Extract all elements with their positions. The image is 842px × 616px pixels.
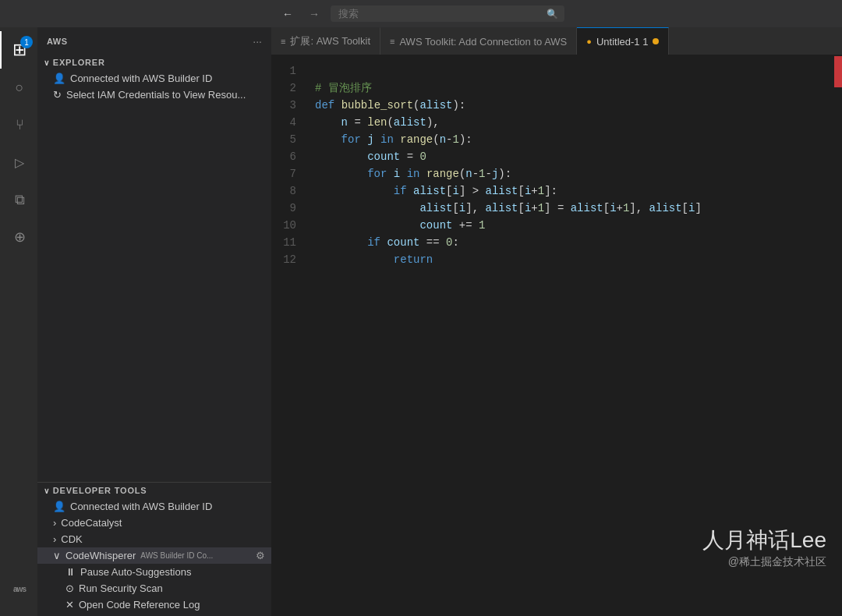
line-num-5: 5 — [278, 131, 296, 148]
activity-search[interactable]: ○ — [0, 69, 37, 106]
codecatalyst-item[interactable]: › CodeCatalyst — [37, 515, 271, 531]
code-line-5: for j in range(n-1): — [315, 131, 834, 148]
line-num-9: 9 — [278, 200, 296, 217]
line-num-1: 1 — [278, 62, 296, 80]
activity-extensions[interactable]: ⊞ 1 — [0, 31, 37, 69]
sidebar: AWS ··· ∨ EXPLORER 👤 Connected with AWS … — [37, 27, 271, 616]
source-control-icon: ⑂ — [16, 117, 24, 133]
code-line-10: count += 1 — [315, 217, 834, 234]
user-icon: 👤 — [53, 73, 65, 84]
line-num-10: 10 — [278, 217, 296, 234]
aws-logo-item[interactable]: aws — [0, 571, 37, 608]
activity-beaker[interactable]: ⊕ — [0, 218, 37, 256]
tab-aws-toolkit[interactable]: ≡ 扩展: AWS Toolkit — [271, 27, 380, 55]
line-num-8: 8 — [278, 182, 296, 200]
pause-icon: ⏸ — [65, 566, 76, 578]
sidebar-title: AWS — [47, 37, 68, 46]
activity-bar: ⊞ 1 ○ ⑂ ▷ ⧉ ⊕ aws — [0, 27, 37, 616]
explorer-label: EXPLORER — [53, 58, 105, 67]
explorer-chevron: ∨ — [44, 58, 50, 67]
sidebar-item-connected-builder[interactable]: 👤 Connected with AWS Builder ID — [37, 70, 271, 87]
run-icon: ▷ — [15, 155, 24, 170]
line-num-7: 7 — [278, 165, 296, 182]
scrollbar-right[interactable] — [834, 55, 842, 616]
tab-label-untitled: Untitled-1 1 — [596, 36, 648, 48]
code-line-7: for i in range(n-1-j): — [315, 165, 834, 182]
tab-label-add-connection: AWS Toolkit: Add Connection to AWS — [399, 36, 567, 48]
tabs-bar: ≡ 扩展: AWS Toolkit ≡ AWS Toolkit: Add Con… — [271, 27, 842, 55]
gear-icon[interactable]: ⚙ — [256, 550, 265, 561]
tab-icon-add-connection: ≡ — [390, 37, 394, 46]
sidebar-item-connected-label: Connected with AWS Builder ID — [70, 73, 212, 84]
tab-label-aws-toolkit: 扩展: AWS Toolkit — [290, 34, 370, 48]
puzzle-icon: ⧉ — [15, 192, 25, 208]
sidebar-item-select-iam[interactable]: ↻ Select IAM Credentials to View Resou..… — [37, 87, 271, 103]
codewhisperer-chevron: ∨ — [53, 550, 61, 561]
pause-auto-suggestions-item[interactable]: ⏸ Pause Auto-Suggestions — [37, 564, 271, 580]
codewhisperer-row[interactable]: ∨ CodeWhisperer AWS Builder ID Co... ⚙ — [37, 547, 271, 564]
developer-tools-chevron: ∨ — [44, 487, 50, 495]
cdk-item[interactable]: › CDK — [37, 531, 271, 547]
security-scan-icon: ⊙ — [65, 582, 74, 594]
line-numbers: 1 2 3 4 5 6 7 8 9 10 11 12 — [271, 55, 302, 616]
run-security-scan-label: Run Security Scan — [79, 582, 163, 594]
sidebar-bottom: ∨ DEVELOPER TOOLS 👤 Connected with AWS B… — [37, 482, 271, 616]
tab-icon-untitled: ● — [586, 37, 592, 46]
tab-untitled[interactable]: ● Untitled-1 1 — [577, 27, 669, 55]
activity-run[interactable]: ▷ — [0, 143, 37, 181]
code-line-11: if count == 0: — [315, 234, 834, 251]
dev-connected-item[interactable]: 👤 Connected with AWS Builder ID — [37, 498, 271, 515]
refresh-icon: ↻ — [53, 89, 62, 101]
code-line-6: count = 0 — [315, 148, 834, 165]
sidebar-more-actions[interactable]: ··· — [253, 35, 262, 48]
open-code-reference-label: Open Code Reference Log — [79, 599, 200, 611]
codecatalyst-label: CodeCatalyst — [61, 517, 122, 529]
developer-tools-header[interactable]: ∨ DEVELOPER TOOLS — [37, 483, 271, 498]
search-icon: 🔍 — [547, 9, 558, 19]
run-security-scan-item[interactable]: ⊙ Run Security Scan — [37, 580, 271, 597]
search-input[interactable] — [331, 5, 564, 22]
code-line-4: n = len(alist), — [315, 114, 834, 131]
user-icon-dev: 👤 — [53, 501, 65, 512]
pause-auto-suggestions-label: Pause Auto-Suggestions — [80, 566, 191, 578]
open-code-reference-item[interactable]: ✕ Open Code Reference Log — [37, 597, 271, 613]
aws-logo: aws — [13, 586, 26, 593]
activity-source-control[interactable]: ⑂ — [0, 106, 37, 143]
notification-badge: 1 — [20, 36, 33, 48]
dev-connected-label: Connected with AWS Builder ID — [70, 501, 212, 512]
nav-forward-button[interactable]: → — [304, 6, 324, 22]
line-num-11: 11 — [278, 234, 296, 251]
tab-modified-dot — [653, 38, 659, 44]
main-area: ⊞ 1 ○ ⑂ ▷ ⧉ ⊕ aws AWS ··· ∨ — [0, 27, 842, 616]
cdk-label: CDK — [61, 533, 82, 545]
chevron-right-codecatalyst: › — [53, 517, 56, 529]
sidebar-item-select-iam-label: Select IAM Credentials to View Resou... — [66, 89, 246, 101]
line-num-2: 2 — [278, 80, 296, 97]
editor-area: ≡ 扩展: AWS Toolkit ≡ AWS Toolkit: Add Con… — [271, 27, 842, 616]
sidebar-top: ∨ EXPLORER 👤 Connected with AWS Builder … — [37, 55, 271, 482]
code-line-1 — [315, 62, 834, 80]
watermark-main-text: 人月神话Lee — [702, 526, 826, 555]
title-bar: ← → 🔍 — [0, 0, 842, 27]
tab-icon-aws-toolkit: ≡ — [281, 37, 285, 46]
developer-tools-label: DEVELOPER TOOLS — [53, 486, 147, 495]
beaker-icon: ⊕ — [14, 228, 26, 246]
codewhisperer-badge: AWS Builder ID Co... — [140, 551, 213, 560]
editor-wrapper: 1 2 3 4 5 6 7 8 9 10 11 12 # 冒泡排序 def bu — [271, 55, 842, 616]
codewhisperer-name: CodeWhisperer — [65, 550, 136, 561]
sidebar-header: AWS ··· — [37, 27, 271, 55]
search-icon: ○ — [16, 80, 24, 96]
activity-extensions-puzzle[interactable]: ⧉ — [0, 181, 37, 218]
code-line-12: return — [315, 251, 834, 268]
watermark-sub-text: @稀土掘金技术社区 — [702, 555, 826, 569]
explorer-section-header[interactable]: ∨ EXPLORER — [37, 55, 271, 70]
line-num-12: 12 — [278, 251, 296, 268]
tab-add-connection[interactable]: ≡ AWS Toolkit: Add Connection to AWS — [380, 27, 577, 55]
code-line-2: # 冒泡排序 — [315, 80, 834, 97]
scrollbar-thumb — [834, 56, 842, 87]
code-line-8: if alist[i] > alist[i+1]: — [315, 182, 834, 200]
line-num-3: 3 — [278, 97, 296, 114]
nav-back-button[interactable]: ← — [278, 6, 298, 22]
chevron-right-cdk: › — [53, 533, 56, 545]
line-num-4: 4 — [278, 114, 296, 131]
